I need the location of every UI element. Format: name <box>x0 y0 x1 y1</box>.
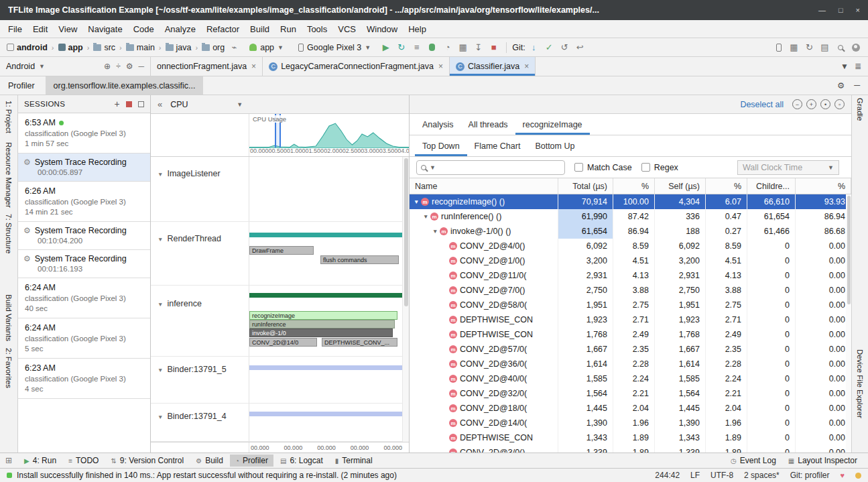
search-box[interactable]: ▼ <box>416 160 565 175</box>
close-icon[interactable]: × <box>438 62 443 71</box>
chevron-down-icon[interactable]: ▼ <box>158 367 163 373</box>
editor-tab-classifier-java[interactable]: CClassifier.java× <box>450 57 536 76</box>
analysis-subtab-top-down[interactable]: Top Down <box>415 135 467 156</box>
tab-list-icon[interactable]: ≣ <box>855 62 861 71</box>
run-menu-icon[interactable]: ≡ <box>410 41 423 54</box>
gear-icon[interactable]: ⚙ <box>126 62 133 71</box>
cpu-usage-chart[interactable]: CPU Usage 00.00000.50001.00001.50002.000… <box>249 114 409 156</box>
menu-window[interactable]: Window <box>361 21 403 37</box>
scrollbar-thumb[interactable] <box>847 196 851 304</box>
git-rollback-icon[interactable]: ↩ <box>574 41 586 54</box>
recording-item[interactable]: ⚙System Trace Recording00:10:04.200 <box>18 222 150 250</box>
git-branch-widget[interactable]: Git: profiler <box>790 471 830 480</box>
column-header-childre[interactable]: Childre... <box>747 178 796 194</box>
caret-position[interactable]: 244:42 <box>655 471 680 480</box>
expand-arrow-icon[interactable]: ▼ <box>423 213 430 220</box>
thread-scrollbar[interactable] <box>402 157 409 442</box>
table-row[interactable]: mCONV_2D@4/0()6,0928.596,0928.5900.00 <box>410 239 851 253</box>
analysis-subtab-flame-chart[interactable]: Flame Chart <box>467 135 528 156</box>
expand-arrow-icon[interactable]: ▼ <box>432 228 440 235</box>
column-header-total-s[interactable]: Total (µs) <box>558 178 613 194</box>
breadcrumb-app[interactable]: app <box>57 43 84 52</box>
analysis-subtab-bottom-up[interactable]: Bottom Up <box>528 135 582 156</box>
goto-live-icon[interactable] <box>138 101 144 107</box>
tool-tab-6-logcat[interactable]: ▤6: Logcat <box>275 455 328 467</box>
breadcrumb-java[interactable]: java <box>164 43 193 52</box>
close-icon[interactable]: × <box>524 62 529 71</box>
add-session-icon[interactable]: + <box>115 99 120 109</box>
deselect-all-link[interactable]: Deselect all <box>740 100 784 109</box>
stop-session-icon[interactable] <box>126 101 132 107</box>
run-configuration-select[interactable]: app ▼ <box>245 41 288 54</box>
apply-changes-icon[interactable]: ↻ <box>395 41 408 54</box>
tool-button-build-variants[interactable]: Build Variants <box>5 294 13 341</box>
tool-tab-layout-inspector[interactable]: ▦Layout Inspector <box>783 455 863 467</box>
tool-tab-9-version-control[interactable]: ⇅9: Version Control <box>105 455 189 467</box>
run-icon[interactable]: ▶ <box>379 41 392 54</box>
trace-event-chip[interactable]: runInference <box>249 320 395 328</box>
match-case-checkbox[interactable]: Match Case <box>574 163 632 172</box>
search-everywhere-icon[interactable] <box>834 41 847 54</box>
gear-icon[interactable]: ⚙ <box>837 80 845 91</box>
tool-button-gradle[interactable]: Gradle <box>856 98 864 121</box>
trace-event-chip[interactable]: CONV_2D@14/0 <box>249 338 317 347</box>
menu-help[interactable]: Help <box>403 21 432 37</box>
notification-bell-icon[interactable] <box>855 473 861 479</box>
table-scrollbar[interactable] <box>846 194 851 453</box>
thread-label[interactable]: ▼RenderThread <box>151 222 249 285</box>
thread-label[interactable]: ▼Binder:13791_4 <box>151 404 249 441</box>
clock-type-select[interactable]: Wall Clock Time ▼ <box>737 160 839 175</box>
table-row[interactable]: mCONV_2D@3/0()1,3391.891,3391.8900.00 <box>410 445 851 453</box>
file-encoding[interactable]: UTF-8 <box>710 471 733 480</box>
profiler-session-tab[interactable]: org.tensorflow.lite.examples.classific..… <box>46 76 204 95</box>
menu-code[interactable]: Code <box>128 21 160 37</box>
recording-item[interactable]: ⚙System Trace Recording00:01:16.193 <box>18 250 150 278</box>
line-separator[interactable]: LF <box>690 471 700 480</box>
thread-track-binder-13791-4[interactable] <box>249 404 402 441</box>
maximize-button[interactable]: □ <box>839 6 843 14</box>
column-header-name[interactable]: Name <box>410 178 558 194</box>
session-item[interactable]: 6:24 AMclassification (Google Pixel 3)5 … <box>18 318 150 359</box>
tool-tab-4-run[interactable]: ▶4: Run <box>19 455 62 467</box>
table-row[interactable]: mCONV_2D@11/0(2,9314.132,9314.1300.00 <box>410 268 851 283</box>
breadcrumb-android[interactable]: android <box>5 43 49 52</box>
table-row[interactable]: mCONV_2D@32/0(1,5642.211,5642.2100.00 <box>410 386 851 401</box>
coverage-icon[interactable]: ▦ <box>456 41 469 54</box>
chevron-down-icon[interactable]: ▼ <box>158 236 163 243</box>
close-button[interactable]: × <box>856 6 860 14</box>
tool-button-2-favorites[interactable]: 2: Favorites <box>5 348 13 388</box>
menu-run[interactable]: Run <box>275 21 302 37</box>
breadcrumb-src[interactable]: src <box>92 43 117 52</box>
trace-event-chip[interactable]: DEPTHWISE_CONV_... <box>322 338 397 347</box>
editor-tab-onnectionfragment-java[interactable]: onnectionFragment.java× <box>151 57 263 76</box>
breadcrumb-main[interactable]: main <box>125 43 156 52</box>
table-row[interactable]: mCONV_2D@36/0(1,6142.281,6142.2800.00 <box>410 357 851 371</box>
chevron-down-icon[interactable]: ▼ <box>158 414 163 420</box>
tool-tab-profiler[interactable]: ◔Profiler <box>230 455 273 467</box>
scrollbar-thumb[interactable] <box>404 158 408 306</box>
menu-vcs[interactable]: VCS <box>332 21 361 37</box>
git-history-icon[interactable]: ↺ <box>558 41 571 54</box>
heart-icon[interactable]: ♥ <box>840 471 845 479</box>
indent-style[interactable]: 2 spaces* <box>744 471 780 480</box>
thread-label[interactable]: ▼inference <box>151 286 249 356</box>
session-item[interactable]: 6:23 AMclassification (Google Pixel 3)4 … <box>18 359 150 399</box>
thread-track-renderthread[interactable]: DrawFrameflush commands <box>249 222 402 285</box>
device-select[interactable]: Google Pixel 3 ▼ <box>294 41 375 54</box>
tool-tab-terminal[interactable]: ▮Terminal <box>330 455 378 467</box>
minimize-button[interactable]: — <box>818 6 826 14</box>
menu-refactor[interactable]: Refactor <box>201 21 245 37</box>
column-header-[interactable]: % <box>613 178 655 194</box>
menu-build[interactable]: Build <box>245 21 275 37</box>
git-commit-icon[interactable]: ✓ <box>543 41 556 54</box>
session-item[interactable]: 6:53 AMclassification (Google Pixel 3)1 … <box>18 113 150 154</box>
tool-tab-event-log[interactable]: ◷Event Log <box>725 455 782 467</box>
thread-track-imagelistener[interactable] <box>249 157 402 221</box>
table-row[interactable]: mCONV_2D@18/0(1,4452.041,4452.0400.00 <box>410 401 851 416</box>
status-message[interactable]: Install successfully finished in 140 ms.… <box>17 471 397 480</box>
project-pane-header[interactable]: Android ▼ ⊕ ÷ ⚙ ─ <box>0 57 151 76</box>
project-view-selector[interactable]: Android <box>6 62 35 71</box>
session-item[interactable]: 6:24 AMclassification (Google Pixel 3)40… <box>18 278 150 318</box>
layout-inspector-icon[interactable]: ▦ <box>788 41 800 54</box>
table-row[interactable]: mCONV_2D@57/0(1,6672.351,6672.3500.00 <box>410 342 851 357</box>
